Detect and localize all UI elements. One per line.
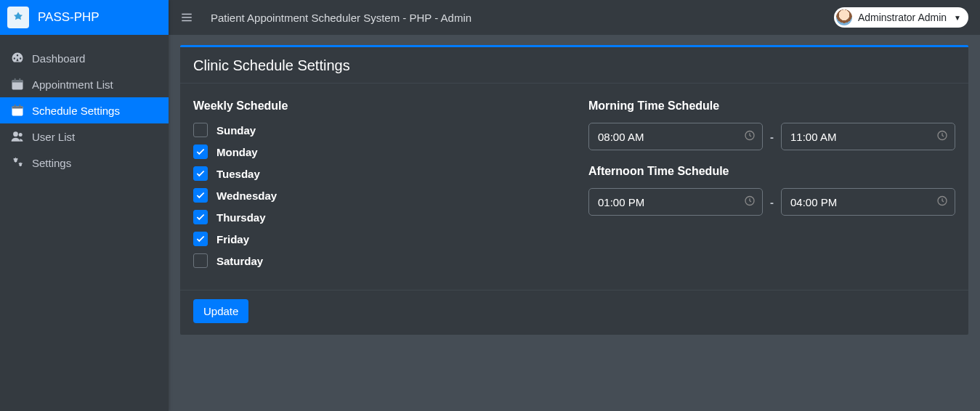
sidebar: PASS-PHP DashboardAppointment ListSchedu… [0, 0, 169, 411]
page-title: Patient Appointment Scheduler System - P… [211, 12, 471, 24]
user-menu[interactable]: Adminstrator Admin ▼ [834, 7, 968, 28]
settings-card: Clinic Schedule Settings Weekly Schedule… [180, 45, 968, 335]
day-checkbox-friday[interactable] [193, 232, 208, 246]
main-column: Patient Appointment Scheduler System - P… [169, 0, 980, 411]
weekly-column: Weekly Schedule SundayMondayTuesdayWedne… [193, 99, 559, 268]
gauge-icon [10, 51, 25, 65]
time-separator: - [770, 196, 774, 208]
weekly-title: Weekly Schedule [193, 99, 559, 113]
day-checkbox-tuesday[interactable] [193, 166, 208, 181]
svg-point-8 [13, 131, 18, 137]
day-checkbox-thursday[interactable] [193, 210, 208, 224]
afternoon-to-input[interactable] [781, 188, 955, 216]
sidebar-item-label: Dashboard [32, 52, 85, 65]
avatar [836, 9, 852, 25]
day-row-saturday[interactable]: Saturday [193, 253, 559, 268]
update-button[interactable]: Update [193, 299, 248, 323]
day-label: Sunday [216, 124, 256, 137]
day-checkbox-monday[interactable] [193, 145, 208, 159]
day-checkbox-wednesday[interactable] [193, 188, 208, 203]
svg-rect-1 [12, 80, 23, 82]
brand-link[interactable]: PASS-PHP [0, 0, 169, 35]
day-label: Saturday [216, 255, 263, 267]
morning-to-input[interactable] [781, 123, 955, 150]
gears-icon [10, 155, 25, 170]
sidebar-item-appointment-list[interactable]: Appointment List [0, 71, 169, 97]
morning-title: Morning Time Schedule [588, 99, 955, 113]
sidebar-nav: DashboardAppointment ListSchedule Settin… [0, 35, 169, 176]
card-title: Clinic Schedule Settings [180, 47, 968, 84]
content: Clinic Schedule Settings Weekly Schedule… [169, 35, 980, 411]
day-row-thursday[interactable]: Thursday [193, 210, 559, 224]
sidebar-item-label: Schedule Settings [32, 105, 120, 117]
users-icon [10, 129, 25, 144]
svg-rect-2 [15, 78, 16, 81]
day-row-friday[interactable]: Friday [193, 232, 559, 246]
chevron-down-icon: ▼ [954, 14, 961, 22]
sidebar-item-dashboard[interactable]: Dashboard [0, 45, 169, 71]
day-checkbox-sunday[interactable] [193, 123, 208, 137]
day-label: Thursday [216, 211, 266, 224]
svg-point-9 [19, 133, 23, 137]
brand-name: PASS-PHP [38, 10, 100, 25]
sidebar-item-schedule-settings[interactable]: Schedule Settings [0, 97, 169, 123]
sidebar-item-label: User List [32, 131, 75, 143]
calendar-icon [10, 103, 25, 118]
day-label: Monday [216, 146, 258, 158]
calendar-icon [10, 77, 25, 91]
day-label: Tuesday [216, 168, 260, 180]
day-label: Wednesday [216, 190, 277, 202]
afternoon-from-input[interactable] [588, 188, 763, 216]
topbar: Patient Appointment Scheduler System - P… [169, 0, 980, 35]
sidebar-item-user-list[interactable]: User List [0, 123, 169, 150]
day-row-sunday[interactable]: Sunday [193, 123, 559, 137]
afternoon-title: Afternoon Time Schedule [588, 165, 955, 178]
sidebar-item-label: Settings [32, 157, 71, 169]
day-row-tuesday[interactable]: Tuesday [193, 166, 559, 181]
morning-from-input[interactable] [588, 123, 763, 150]
svg-rect-7 [20, 105, 21, 107]
day-checkbox-saturday[interactable] [193, 253, 208, 268]
sidebar-item-settings[interactable]: Settings [0, 150, 169, 176]
brand-logo [7, 7, 29, 28]
menu-toggle-icon[interactable] [180, 11, 193, 24]
svg-rect-6 [15, 105, 16, 107]
time-column: Morning Time Schedule - [588, 99, 955, 268]
day-row-wednesday[interactable]: Wednesday [193, 188, 559, 203]
sidebar-item-label: Appointment List [32, 78, 113, 91]
svg-rect-3 [20, 78, 21, 81]
svg-rect-5 [12, 106, 23, 108]
user-name: Adminstrator Admin [858, 12, 947, 23]
time-separator: - [770, 131, 774, 143]
day-row-monday[interactable]: Monday [193, 145, 559, 159]
day-label: Friday [216, 233, 249, 245]
